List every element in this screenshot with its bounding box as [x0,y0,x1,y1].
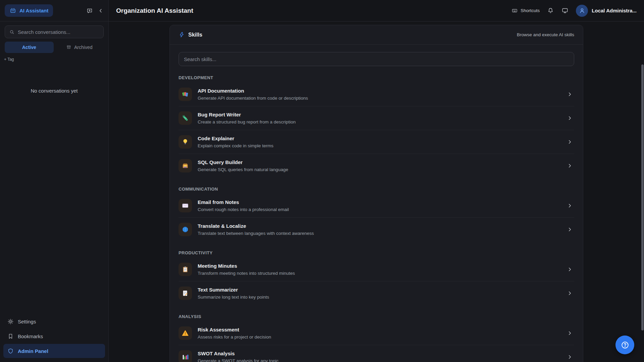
skill-title: API Documentation [198,88,308,94]
skill-title: Text Summarizer [198,287,269,293]
skill-text: Meeting MinutesTransform meeting notes i… [198,263,295,276]
skill-description: Assess risks for a project or decision [198,334,271,340]
skill-description: Generate a SWOT analysis for any topic [198,358,279,362]
new-chat-icon[interactable] [86,7,93,14]
skill-description: Generate SQL queries from natural langua… [198,167,288,172]
bug-icon [179,111,192,125]
empty-conversations-message: No conversations yet [0,88,108,94]
sidebar-item-bookmarks[interactable]: Bookmarks [3,329,105,343]
skill-text: Risk AssessmentAssess risks for a projec… [198,327,271,340]
notifications-bell-icon[interactable] [547,7,554,14]
skill-text: Translate & LocalizeTranslate text betwe… [198,223,314,236]
chevron-right-icon [567,91,574,97]
books-icon [179,88,192,101]
archive-icon [66,45,71,50]
warning-icon [179,326,192,340]
question-mark-icon [621,341,630,350]
tab-archived[interactable]: Archived [55,42,104,53]
app-logo-button[interactable]: AI Assistant [5,4,53,17]
shield-icon [7,348,14,354]
skill-row[interactable]: Risk AssessmentAssess risks for a projec… [179,321,574,345]
skill-title: Code Explainer [198,136,274,141]
barchart-icon [179,350,192,362]
skill-title: Meeting Minutes [198,263,295,269]
globe-icon [179,223,192,236]
skills-subtitle: Browse and execute AI skills [517,32,574,37]
skill-description: Explain complex code in simple terms [198,143,274,148]
lightning-bolt-icon [179,32,185,38]
skill-row[interactable]: SQL Query BuilderGenerate SQL queries fr… [179,154,574,177]
skill-description: Convert rough notes into a professional … [198,207,289,212]
skill-text: SQL Query BuilderGenerate SQL queries fr… [198,159,288,172]
display-monitor-icon[interactable] [561,7,568,14]
skill-row[interactable]: Bug Report WriterCreate a structured bug… [179,106,574,130]
vertical-scrollbar[interactable] [641,64,644,330]
user-name: Local Administra... [592,8,637,13]
skill-description: Translate text between languages with co… [198,231,314,236]
section-label: DEVELOPMENT [179,75,574,80]
app-name: AI Assistant [19,8,48,13]
skill-text: Text SummarizerSummarize long text into … [198,287,269,300]
chevron-right-icon [567,203,574,209]
main-content: Skills Browse and execute AI skills DEVE… [109,21,644,362]
keyboard-icon [511,7,518,14]
skill-row[interactable]: Meeting MinutesTransform meeting notes i… [179,258,574,281]
chevron-right-icon [567,163,574,169]
chevron-right-icon [567,139,574,145]
gear-icon [7,318,14,325]
search-icon [9,29,15,35]
skill-text: API DocumentationGenerate API documentat… [198,88,308,101]
sidebar-footer: Settings Bookmarks Admin Panel [0,312,108,362]
skill-title: Translate & Localize [198,223,314,229]
sidebar-item-admin-panel[interactable]: Admin Panel [3,344,105,358]
skills-card: Skills Browse and execute AI skills DEVE… [169,25,583,362]
skill-row[interactable]: Text SummarizerSummarize long text into … [179,281,574,305]
skill-text: SWOT AnalysisGenerate a SWOT analysis fo… [198,351,279,362]
skill-title: SWOT Analysis [198,351,279,356]
section-label: COMMUNICATION [179,187,574,192]
section-label: PRODUCTIVITY [179,250,574,255]
chevron-right-icon [567,290,574,296]
skill-row[interactable]: Email from NotesConvert rough notes into… [179,194,574,217]
sidebar-header: AI Assistant [0,0,108,21]
skill-row[interactable]: API DocumentationGenerate API documentat… [179,83,574,106]
skills-sections: DEVELOPMENTAPI DocumentationGenerate API… [179,75,574,362]
conversation-search [5,25,104,38]
skill-title: Email from Notes [198,199,289,205]
skills-title: Skills [188,32,202,38]
skill-row[interactable]: Translate & LocalizeTranslate text betwe… [179,217,574,241]
chevron-right-icon [567,266,574,272]
skill-description: Transform meeting notes into structured … [198,271,295,276]
skill-text: Email from NotesConvert rough notes into… [198,199,289,212]
skill-description: Summarize long text into key points [198,295,269,300]
skills-search-input[interactable] [179,52,574,66]
user-menu[interactable]: Local Administra... [576,5,637,17]
skill-row[interactable]: Code ExplainerExplain complex code in si… [179,130,574,154]
sidebar: AI Assistant [0,0,109,362]
tab-active[interactable]: Active [5,42,54,53]
shortcuts-button[interactable]: Shortcuts [511,7,540,14]
skill-row[interactable]: SWOT AnalysisGenerate a SWOT analysis fo… [179,345,574,362]
robot-icon [9,7,16,14]
page-title: Organization AI Assistant [116,7,193,14]
skill-description: Create a structured bug report from a de… [198,119,296,124]
conversation-search-input[interactable] [18,29,99,35]
add-tag-button[interactable]: + Tag [0,53,108,62]
skill-description: Generate API documentation from code or … [198,96,308,101]
bulb-icon [179,135,192,149]
skill-title: Bug Report Writer [198,112,296,117]
top-header: Organization AI Assistant Shortcuts [109,0,644,21]
collapse-sidebar-icon[interactable] [98,8,104,14]
sidebar-item-settings[interactable]: Settings [3,314,105,328]
bookmark-icon [7,333,14,340]
cardbox-icon [179,159,192,172]
memo-icon [179,287,192,300]
chevron-right-icon [567,354,574,360]
skill-title: Risk Assessment [198,327,271,332]
help-button[interactable] [615,335,634,354]
avatar [576,5,588,17]
skill-title: SQL Query Builder [198,159,288,165]
skill-text: Bug Report WriterCreate a structured bug… [198,112,296,124]
chevron-right-icon [567,115,574,121]
chevron-right-icon [567,226,574,232]
